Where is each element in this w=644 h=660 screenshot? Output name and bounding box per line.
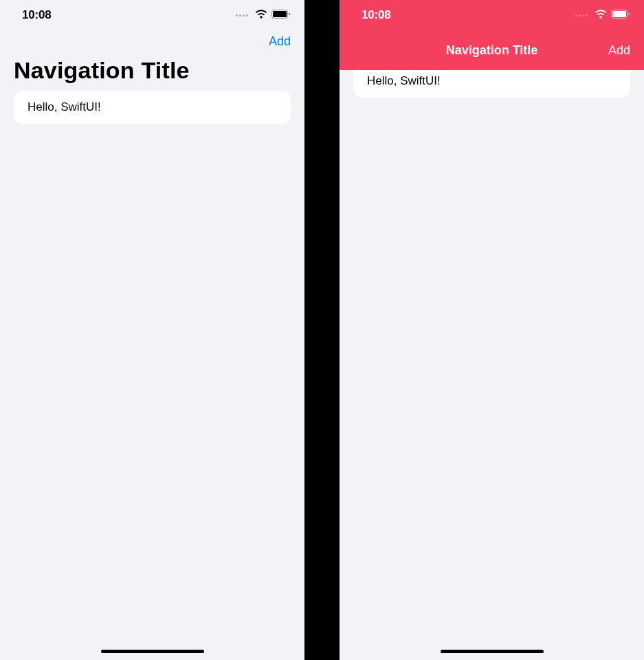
cellular-dots-icon	[575, 14, 588, 16]
add-button[interactable]: Add	[608, 43, 630, 58]
wifi-icon	[255, 8, 267, 22]
phone-screen-right: 10:08 Navigation Title	[340, 0, 644, 660]
status-bar: 10:08	[0, 0, 304, 30]
nav-large-title: Navigation Title	[0, 53, 304, 91]
status-indicators	[575, 8, 630, 22]
list-cell-text: Hello, SwiftUI!	[367, 74, 441, 87]
battery-icon	[271, 8, 291, 22]
svg-rect-1	[273, 11, 287, 17]
nav-inline-title: Navigation Title	[446, 43, 538, 58]
cellular-dots-icon	[236, 14, 248, 16]
nav-inline-bar: Navigation Title Add	[340, 30, 644, 70]
status-time: 10:08	[22, 8, 51, 22]
svg-rect-3	[612, 11, 626, 17]
list-cell[interactable]: Hello, SwiftUI!	[353, 70, 630, 98]
nav-toolbar: Add	[0, 30, 304, 53]
status-bar: 10:08	[340, 0, 644, 30]
status-time: 10:08	[362, 8, 390, 22]
battery-icon	[611, 8, 630, 22]
list-cell-text: Hello, SwiftUI!	[27, 100, 101, 113]
list[interactable]: Hello, SwiftUI!	[340, 70, 644, 98]
home-indicator[interactable]	[101, 650, 204, 653]
home-indicator[interactable]	[441, 650, 544, 653]
list[interactable]: Hello, SwiftUI!	[0, 91, 304, 124]
screenshot-divider	[304, 0, 340, 660]
add-button[interactable]: Add	[269, 34, 291, 49]
list-cell[interactable]: Hello, SwiftUI!	[14, 91, 291, 124]
phone-screen-left: 10:08 Add Navigation	[0, 0, 304, 660]
status-indicators	[236, 8, 291, 22]
wifi-icon	[595, 8, 607, 22]
